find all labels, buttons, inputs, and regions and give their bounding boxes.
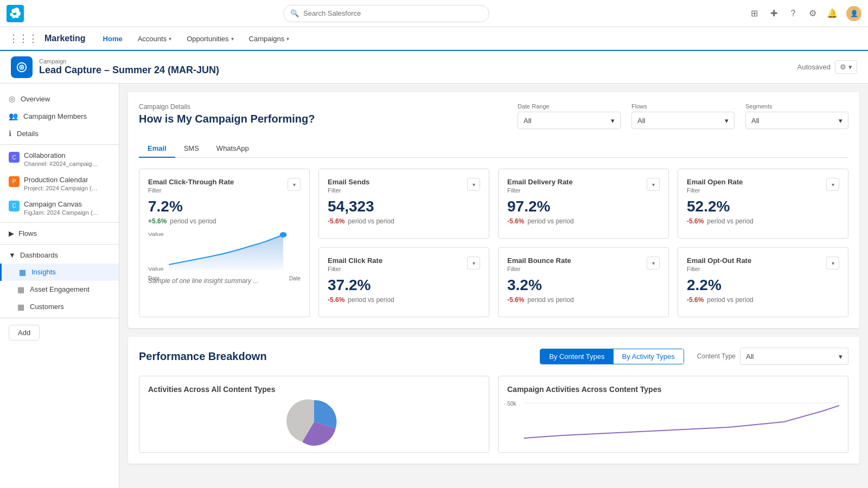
metric-value-dr: 97.2% — [507, 198, 660, 215]
sidebar-item-production-calendar[interactable]: P Production Calendar Project: 2024 Camp… — [0, 171, 119, 196]
flows-filter-value: All — [637, 117, 645, 125]
metric-filter-btn-br[interactable]: ▾ — [647, 256, 660, 269]
user-avatar[interactable]: 👤 — [846, 6, 861, 21]
content-type-label: Content Type — [697, 352, 736, 360]
production-cal-icon: P — [9, 176, 20, 187]
metric-title-or: Email Open Rate — [687, 178, 743, 186]
metric-filter-btn-ctr[interactable]: ▾ — [288, 178, 301, 191]
btn-by-content-types[interactable]: By Content Types — [540, 349, 613, 364]
app-grid-icon[interactable]: ⋮⋮⋮ — [9, 33, 38, 44]
search-placeholder-text: Search Salesforce — [303, 9, 361, 17]
metric-value-br: 3.2% — [507, 277, 660, 294]
metric-filter-btn-cr[interactable]: ▾ — [467, 256, 480, 269]
record-header: Campaign Lead Capture – Summer 24 (MAR-J… — [0, 51, 868, 84]
sidebar-details-label: Details — [17, 130, 39, 138]
metric-change-br: -5.6% period vs period — [507, 296, 660, 304]
nav-item-campaigns[interactable]: Campaigns ▾ — [242, 27, 296, 51]
search-bar[interactable]: 🔍 Search Salesforce — [283, 5, 489, 22]
accounts-chevron-icon: ▾ — [169, 36, 171, 42]
nav-item-home[interactable]: Home — [97, 27, 129, 51]
sidebar-item-customers[interactable]: ▦ Customers — [0, 298, 119, 316]
pie-chart — [148, 400, 480, 444]
sidebar-item-asset-engagement[interactable]: ▦ Asset Engagement — [0, 281, 119, 298]
record-info: Campaign Lead Capture – Summer 24 (MAR-J… — [39, 58, 219, 76]
flows-filter-select[interactable]: All ▾ — [631, 112, 735, 129]
production-cal-sub-label: Project: 2024 Campaign (Exa... — [24, 185, 100, 191]
settings-icon[interactable]: ⚙ — [807, 8, 818, 19]
metric-change-dr: -5.6% period vs period — [507, 217, 660, 225]
btn-by-activity-types[interactable]: By Activity Types — [614, 349, 684, 364]
sidebar-overview-label: Overview — [21, 95, 50, 103]
sidebar-item-overview[interactable]: ◎ Overview — [0, 90, 119, 107]
sidebar-section-dashboards[interactable]: ▼ Dashboards — [0, 247, 119, 264]
autosaved-dropdown-icon: ▾ — [848, 63, 852, 71]
performance-breakdown-panel: Performance Breakdown By Content Types B… — [128, 337, 859, 464]
grid-icon[interactable]: ⊞ — [749, 8, 760, 19]
sidebar-item-channel[interactable]: C Collaboration Channel: #2024_campaign_… — [0, 147, 119, 171]
chart-x-end: Date — [289, 275, 301, 281]
change-label-cr: period vs period — [348, 296, 394, 304]
nav-search-area: 🔍 Search Salesforce — [28, 5, 744, 22]
flows-chevron-icon: ▶ — [9, 229, 14, 237]
campaign-details-label: Campaign Details — [139, 103, 315, 111]
nav-item-accounts[interactable]: Accounts ▾ — [131, 27, 178, 51]
bell-icon[interactable]: 🔔 — [827, 8, 838, 19]
campaign-canvas-text: Campaign Canvas FigJam: 2024 Campaign (E… — [24, 200, 100, 216]
date-range-label: Date Range — [518, 103, 621, 110]
campaign-icon — [11, 56, 33, 78]
flows-label: Flows — [18, 229, 37, 237]
sidebar-item-details[interactable]: ℹ Details — [0, 125, 119, 142]
metric-title-sends: Email Sends — [328, 178, 369, 186]
production-cal-text: Production Calendar Project: 2024 Campai… — [24, 176, 100, 191]
change-label-br: period vs period — [527, 296, 573, 304]
sidebar-section-flows[interactable]: ▶ Flows — [0, 225, 119, 242]
tab-whatsapp[interactable]: WhatsApp — [208, 140, 258, 158]
sidebar-item-campaign-members[interactable]: 👥 Campaign Members — [0, 107, 119, 125]
perf-breakdown-title: Performance Breakdown — [139, 350, 267, 363]
date-range-chevron-icon: ▾ — [611, 117, 615, 125]
metric-filter-btn-dr[interactable]: ▾ — [647, 178, 660, 191]
date-range-filter: Date Range All ▾ — [518, 103, 621, 129]
svg-text:50k: 50k — [507, 401, 516, 407]
metric-value-oor: 2.2% — [687, 277, 839, 294]
autosaved-settings-button[interactable]: ⚙ ▾ — [835, 60, 857, 74]
plus-icon[interactable]: ✚ — [768, 8, 779, 19]
mini-chart-ctr: Value Value Date Date — [148, 229, 301, 273]
salesforce-logo — [7, 5, 24, 22]
metric-card-open-rate: Email Open Rate Filter ▾ 52.2% -5.6% per… — [678, 169, 848, 239]
metric-card-click-rate: Email Click Rate Filter ▾ 37.2% -5.6% pe… — [318, 247, 489, 317]
metric-card-header-or: Email Open Rate Filter ▾ — [687, 178, 839, 194]
metric-filter-btn-sends[interactable]: ▾ — [467, 178, 480, 191]
content-type-select[interactable]: All ▾ — [740, 348, 848, 365]
campaign-members-icon: 👥 — [9, 112, 18, 120]
date-range-select[interactable]: All ▾ — [518, 112, 621, 129]
sidebar-item-campaign-canvas[interactable]: C Campaign Canvas FigJam: 2024 Campaign … — [0, 196, 119, 220]
tab-sms[interactable]: SMS — [175, 140, 208, 158]
content-type-chevron-icon: ▾ — [839, 352, 843, 361]
change-label-or: period vs period — [707, 217, 753, 225]
campaign-details-title: How is My Campaign Performing? — [139, 113, 315, 125]
metric-filter-btn-oor[interactable]: ▾ — [826, 256, 839, 269]
metric-filter-cr: Filter — [328, 266, 382, 272]
nav-item-opportunities[interactable]: Opportunities ▾ — [180, 27, 240, 51]
add-button[interactable]: Add — [9, 325, 40, 341]
customers-icon: ▦ — [17, 303, 24, 311]
segments-filter-select[interactable]: All ▾ — [745, 112, 848, 129]
change-value-or: -5.6% — [687, 217, 704, 225]
metric-card-header-sends: Email Sends Filter ▾ — [328, 178, 480, 194]
sidebar-item-insights[interactable]: ▦ Insights — [0, 264, 119, 281]
channel-icon: C — [9, 152, 20, 163]
campaign-canvas-sub-label: FigJam: 2024 Campaign (Exa... — [24, 209, 100, 216]
metric-card-opt-out-rate: Email Opt-Out Rate Filter ▾ 2.2% -5.6% p… — [678, 247, 848, 317]
metric-filter-btn-or[interactable]: ▾ — [826, 178, 839, 191]
insights-label: Insights — [31, 268, 56, 276]
campaign-details-left: Campaign Details How is My Campaign Perf… — [139, 103, 315, 125]
metric-value-sends: 54,323 — [328, 198, 480, 215]
tab-email[interactable]: Email — [139, 140, 175, 158]
svg-point-5 — [10, 12, 13, 16]
help-icon[interactable]: ? — [788, 8, 799, 19]
dashboards-label: Dashboards — [20, 251, 58, 259]
record-header-left: Campaign Lead Capture – Summer 24 (MAR-J… — [11, 56, 219, 78]
nav-accounts-label: Accounts — [138, 35, 167, 43]
sidebar-divider-1 — [0, 144, 119, 145]
